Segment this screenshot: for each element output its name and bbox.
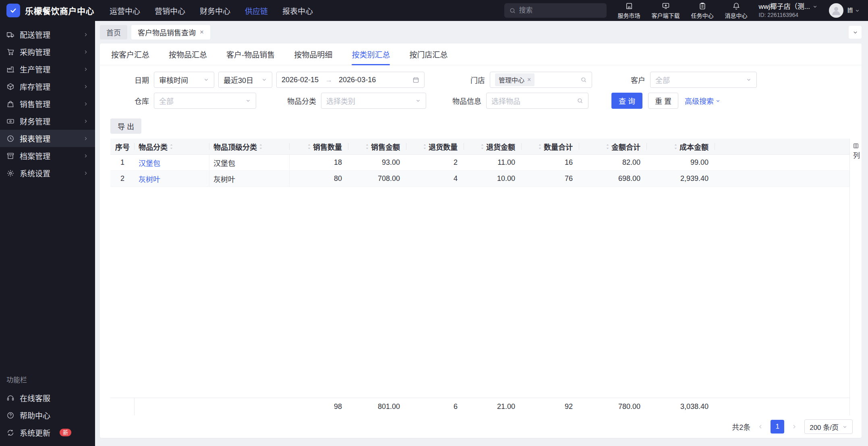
table-empty-space [110,187,849,398]
sidebar-item-finance[interactable]: 财务管理 [0,112,95,130]
sidebar-item-label: 生产管理 [20,64,50,75]
tab-by-store[interactable]: 按门店汇总 [409,44,447,65]
cell-sales-amount: 708.00 [348,171,406,187]
advanced-search-link[interactable]: 高级搜索 [685,95,721,106]
sidebar-item-archives[interactable]: 档案管理 [0,147,95,164]
sort-icon[interactable] [673,143,678,150]
nav-supply-chain[interactable]: 供应链 [245,5,268,16]
sidebar-item-production[interactable]: 生产管理 [0,60,95,78]
cell-filler [715,155,849,170]
service-market-button[interactable]: 服务市场 [618,2,640,19]
chevron-right-icon [791,423,798,430]
sort-icon[interactable] [365,143,369,150]
store-account-menu[interactable]: wwj椰子店（测... ID: 2261163964 [759,2,818,19]
sort-icon[interactable] [169,143,174,150]
cart-icon [6,48,15,56]
tab-by-customer[interactable]: 按客户汇总 [111,44,149,65]
summary-sales-qty: 98 [290,398,348,415]
tab-list-dropdown-button[interactable] [849,26,862,39]
global-search[interactable] [504,3,607,18]
sort-icon[interactable] [480,143,485,150]
col-header-amount-total[interactable]: 金额合计 [579,139,647,154]
sort-icon[interactable] [307,143,311,150]
avatar[interactable] [829,3,843,18]
customer-select[interactable]: 全部 [650,72,757,88]
download-icon [662,2,670,10]
tab-by-item[interactable]: 按物品汇总 [169,44,207,65]
column-settings-panel-toggle[interactable]: 列 [849,139,862,415]
cell-return-amount: 11.00 [464,155,522,170]
chevron-right-icon [83,170,89,176]
category-placeholder: 选择类别 [326,95,355,106]
store-tag[interactable]: 管理中心 × [495,73,534,86]
col-header-label: 金额合计 [611,141,640,152]
store-select-input[interactable]: 管理中心 × [490,72,592,88]
workspace-tab-current[interactable]: 客户物品销售查询 × [131,25,210,39]
date-preset-select[interactable]: 最近30日 [218,72,272,88]
sort-icon[interactable] [423,143,427,150]
cell-index: 1 [110,155,135,170]
page-number-button[interactable]: 1 [771,420,784,434]
tab-item-detail[interactable]: 按物品明细 [294,44,332,65]
cell-item-category-link[interactable]: 汉堡包 [135,155,209,170]
page-size-select[interactable]: 200 条/页 [804,419,853,434]
sort-icon[interactable] [259,143,263,150]
chevron-down-icon [746,77,752,83]
prev-page-button[interactable] [756,422,765,431]
date-type-select[interactable]: 审核时间 [154,72,214,88]
col-header-return-amount[interactable]: 退货金额 [464,139,522,154]
cell-item-category-link[interactable]: 灰树叶 [135,171,209,187]
sidebar-item-inventory[interactable]: 库存管理 [0,78,95,95]
sidebar-item-online-support[interactable]: 在线客服 [0,389,95,407]
sort-icon[interactable] [605,143,610,150]
sidebar-item-settings[interactable]: 系统设置 [0,164,95,182]
search-input[interactable] [519,6,602,15]
warehouse-select[interactable]: 全部 [154,93,256,109]
date-range-picker[interactable]: 2026-02-15 → 2026-03-16 [276,72,425,88]
sidebar-item-reports[interactable]: 报表管理 [0,130,95,147]
reset-button[interactable]: 重 置 [648,93,678,109]
truck-icon [6,31,15,39]
remove-tag-icon[interactable]: × [527,76,531,83]
sidebar-item-delivery[interactable]: 配送管理 [0,26,95,43]
col-header-item-category[interactable]: 物品分类 [135,139,209,154]
col-header-cost-amount[interactable]: 成本金额 [647,139,715,154]
col-header-top-category[interactable]: 物品顶级分类 [209,139,290,154]
close-icon[interactable]: × [200,28,204,36]
workspace-tab-home[interactable]: 首页 [100,25,127,39]
cell-return-amount: 10.00 [464,171,522,187]
sidebar-item-sales[interactable]: 销售管理 [0,95,95,112]
client-download-button[interactable]: 客户端下载 [652,2,680,19]
gear-icon [6,169,15,177]
sidebar-item-help-center[interactable]: 帮助中心 [0,407,95,424]
category-select[interactable]: 选择类别 [321,93,426,109]
nav-operations[interactable]: 运营中心 [110,5,140,16]
chevron-right-icon [83,32,89,37]
item-select-input[interactable]: 选择物品 [486,93,588,109]
cell-cost-amount: 99.00 [647,155,715,170]
user-menu[interactable]: lfl [847,6,860,15]
date-preset-value: 最近30日 [224,75,253,85]
export-button[interactable]: 导 出 [110,118,141,134]
tab-customer-item[interactable]: 客户-物品销售 [226,44,275,65]
sort-icon[interactable] [538,143,542,150]
chevron-down-icon [852,29,858,35]
query-button[interactable]: 查 询 [611,93,642,109]
col-header-sales-amount[interactable]: 销售金额 [348,139,406,154]
summary-sales-amount: 801.00 [348,398,406,415]
col-header-sales-qty[interactable]: 销售数量 [290,139,348,154]
nav-reports[interactable]: 报表中心 [282,5,313,16]
col-header-return-qty[interactable]: 退货数量 [406,139,464,154]
col-header-qty-total[interactable]: 数量合计 [522,139,579,154]
sidebar-item-system-update[interactable]: 系统更新 新 [0,424,95,441]
nav-marketing[interactable]: 营销中心 [155,5,185,16]
item-filter-label: 物品信息 [449,95,481,106]
tab-by-category[interactable]: 按类别汇总 [352,44,390,65]
nav-finance[interactable]: 财务中心 [200,5,230,16]
message-center-button[interactable]: 消息中心 [725,2,748,19]
sidebar-item-purchasing[interactable]: 采购管理 [0,43,95,60]
task-center-button[interactable]: 任务中心 [691,2,714,19]
next-page-button[interactable] [790,422,799,431]
workspace-tab-label: 客户物品销售查询 [138,27,196,37]
clock-chart-icon [6,135,15,143]
